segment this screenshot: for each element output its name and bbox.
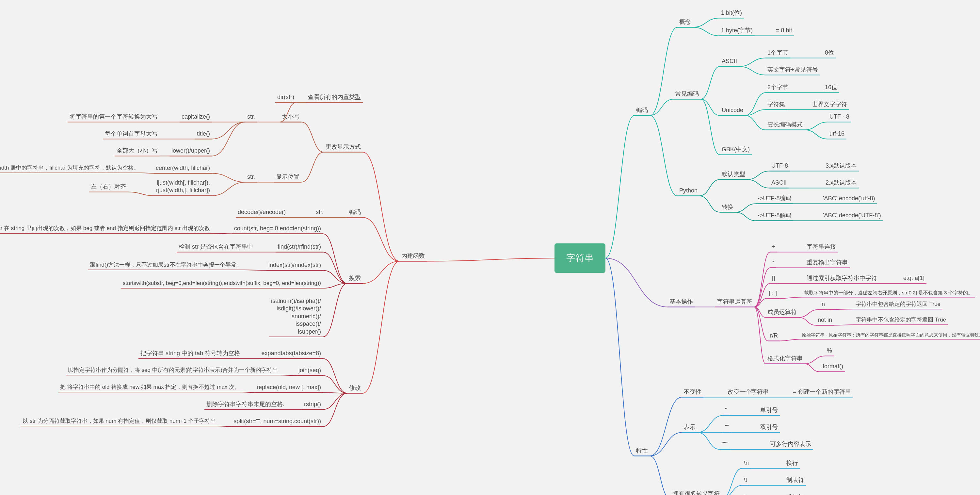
r-esc-bsd: 反斜杠 <box>786 493 804 495</box>
r-repr-cd: 可多行内容表示 <box>770 441 811 448</box>
l-search-sw: startswith(substr, beg=0,end=len(string)… <box>123 280 321 287</box>
l-search: 搜索 <box>349 275 361 282</box>
l-pos-center-d: 返回一个指定的宽度 width 居中的字符串，fillchar 为填充的字符，默… <box>0 164 139 171</box>
r-ops-fmt-a: % <box>827 347 832 354</box>
l-search-find: find(str)/rfind(str) <box>278 243 321 251</box>
l-case-cap-d: 将字符串的第一个字符转换为大写 <box>70 113 158 121</box>
l-mod-split-d: 以 str 为分隔符截取字符串，如果 num 有指定值，则仅截取 num+1 个… <box>22 418 216 425</box>
r-ops-slice: [ : ] <box>769 289 777 297</box>
r-enc-conv-b: ->UTF-8解码 <box>757 212 792 219</box>
l-mod-rep-d: 把 将字符串中的 old 替换成 new,如果 max 指定，则替换不超过 ma… <box>60 383 240 391</box>
r-enc-uni-bd: 世界文字字符 <box>812 101 847 108</box>
r-repr-c: '''''' <box>722 441 729 448</box>
r-ops-nin: not in <box>818 316 832 324</box>
r-enc-bit: 1 bit(位) <box>721 9 742 17</box>
l-mod-join: join(seq) <box>299 367 321 374</box>
r-ops-idx: [] <box>772 275 775 282</box>
l-disp: 更改显示方式 <box>326 143 361 151</box>
r-enc-uni-aeq: 16位 <box>825 84 837 91</box>
l-mod-rep: replace(old, new [, max]) <box>257 383 321 391</box>
r-enc-uni-c2: utf-16 <box>829 130 845 137</box>
l-pos-center: center(width, fillchar) <box>156 164 210 172</box>
r-enc-uni-c: 变长编码模式 <box>767 121 803 128</box>
r-esc-n: \n <box>744 459 749 467</box>
r-enc-ascii-b: 英文字符+常见符号 <box>767 66 818 73</box>
l-case-lu: lower()/upper() <box>172 147 210 155</box>
l-search-isx: isalnum()/isalpha()/ isdigit()/islower()… <box>271 297 321 335</box>
r-ops-raw-d: 原始字符串 - 原始字符串：所有的字符串都是直接按照字面的意思来使用，没有转义特… <box>802 332 980 338</box>
l-mod-split: split(str="", num=string.count(str)) <box>234 418 321 425</box>
r-esc-nd: 换行 <box>786 459 798 467</box>
r-esc-bs: \\ <box>744 493 747 495</box>
r-enc: 编码 <box>636 107 648 114</box>
l-mod-rs-d: 删除字符串字符串末尾的空格. <box>206 401 285 408</box>
r-ops-in-d: 字符串中包含给定的字符返回 True <box>856 300 940 308</box>
l-case-lu-d: 全部大（小）写 <box>116 147 158 155</box>
r-enc-conv-bd: 'ABC'.decode('UTF-8') <box>823 212 881 219</box>
l-enc: 编码 <box>349 208 361 216</box>
r-repr-ad: 单引号 <box>760 406 778 414</box>
r-enc-def-ad: 3.x默认版本 <box>826 162 857 169</box>
l-search-index-d: 跟find()方法一样，只不过如果str不在字符串中会报一个异常。 <box>90 261 242 268</box>
r-enc-common: 常见编码 <box>675 90 699 98</box>
r-enc-py: Python <box>679 187 698 195</box>
l-enc-mid: str. <box>316 208 324 216</box>
r-enc-def-b: ASCII <box>771 179 787 187</box>
r-repr-b: "" <box>725 423 729 431</box>
l-mod-exp: expandtabs(tabsize=8) <box>261 350 321 357</box>
l-search-find-d: 检测 str 是否包含在字符串中 <box>179 243 253 251</box>
r-enc-conv-a: ->UTF-8编码 <box>757 195 792 202</box>
r-enc-concept: 概念 <box>679 18 691 26</box>
l-mod-join-d: 以指定字符串作为分隔符，将 seq 中所有的元素(的字符串表示)合并为一个新的字… <box>68 367 278 374</box>
l-mod-exp-d: 把字符串 string 中的 tab 符号转为空格 <box>140 350 240 357</box>
l-case-mid: str. <box>247 113 255 121</box>
r-ops-in: in <box>820 300 825 308</box>
l-pos-just: ljust(width[, fillchar]), rjust(width,[,… <box>156 179 210 195</box>
r-ops-mem: 成员运算符 <box>767 308 797 316</box>
l-pos: 显示位置 <box>276 173 299 181</box>
r-enc-ascii-aeq: 8位 <box>825 49 834 56</box>
r-ops-fmt-b: .format() <box>821 362 843 370</box>
r-enc-byte-eq: = 8 bit <box>776 27 792 34</box>
r-enc-conv: 转换 <box>722 203 733 211</box>
r-ops-fmt: 格式化字符串 <box>767 355 803 362</box>
l-search-count: count(str, beg= 0,end=len(string)) <box>234 225 321 232</box>
r-enc-uni-c1: UTF - 8 <box>829 113 850 121</box>
r-repr: 表示 <box>684 423 695 431</box>
l-case-dir-d: 查看所有的内置类型 <box>308 93 361 101</box>
r-repr-bd: 双引号 <box>760 423 778 431</box>
r-enc-def: 默认类型 <box>722 171 745 178</box>
l-mod-rs: rstrip() <box>304 401 321 408</box>
l-mod: 修改 <box>349 384 361 392</box>
l-case-title: title() <box>197 130 210 137</box>
r-immut: 不变性 <box>684 388 702 396</box>
l-case-title-d: 每个单词首字母大写 <box>105 130 158 137</box>
r-ops-lab: 字符串运算符 <box>717 298 752 305</box>
r-ops-idx-d: 通过索引获取字符串中字符 <box>807 275 877 282</box>
r-enc-gbk: GBK(中文) <box>722 146 750 153</box>
r-ops-raw: r/R <box>770 332 778 340</box>
r-enc-uni: Unicode <box>722 107 743 114</box>
r-ops-plus-d: 字符串连接 <box>807 243 836 251</box>
l-case-dir: dir(str) <box>277 93 294 101</box>
l-search-count-d: 返回 str 在 string 里面出现的次数，如果 beg 或者 end 指定… <box>0 225 210 232</box>
r-enc-def-bd: 2.x默认版本 <box>826 179 857 187</box>
r-repr-a: '' <box>725 406 727 414</box>
r-enc-ascii-a: 1个字节 <box>767 49 788 56</box>
r-enc-uni-a: 2个字节 <box>767 84 788 91</box>
r-ops: 基本操作 <box>670 298 693 305</box>
r-ops-nin-d: 字符串中不包含给定的字符返回 True <box>856 316 946 324</box>
r-enc-uni-b: 字符集 <box>767 101 785 108</box>
r-immut-ad: = 创建一个新的字符串 <box>793 388 851 396</box>
root-node: 字符串 <box>555 243 605 273</box>
r-esc-td: 制表符 <box>786 476 804 484</box>
r-esc: 拥有很多转义字符 <box>673 490 720 495</box>
l-search-index: index(str)/rindex(str) <box>269 261 321 269</box>
l-pos-mid: str. <box>247 173 255 181</box>
l-lv1: 内建函数 <box>401 252 425 260</box>
r-immut-a: 改变一个字符串 <box>727 388 769 396</box>
l-case-cap: capitalize() <box>181 113 210 121</box>
r-ops-idx-eg: e.g. a[1] <box>903 275 924 282</box>
r-esc-t: \t <box>744 476 747 484</box>
l-enc-item: decode()/encode() <box>238 208 286 216</box>
